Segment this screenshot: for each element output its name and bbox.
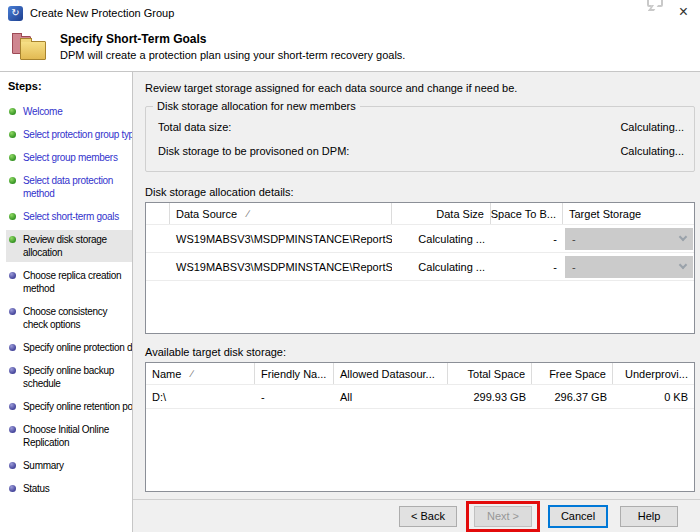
back-button[interactable]: < Back [399, 506, 457, 527]
allowed-datasources-cell: All [334, 391, 448, 403]
disk-storage-provisioned-label: Disk storage to be provisoned on DPM: [158, 145, 349, 157]
data-source-cell: WS19MABSV3\MSDPMINSTANCE\ReportServe... [170, 233, 392, 245]
step-done-bullet-icon [9, 131, 16, 138]
friendly-name-cell: - [255, 391, 334, 403]
title-bar: ↻ Create New Protection Group × [0, 0, 700, 26]
step-label: Select data protection method [23, 174, 131, 200]
sidebar-item-select-short-term-goals[interactable]: Select short-term goals [6, 207, 132, 226]
cancel-button[interactable]: Cancel [549, 506, 607, 527]
folder-icon [12, 32, 50, 64]
disk-allocation-details-table: Data Source ∕ Data Size Space To B... Ta… [145, 202, 695, 334]
sidebar-item-specify-online-retention-policy: Specify online retention policy [6, 397, 132, 416]
storage-table-label: Available target disk storage: [145, 346, 695, 358]
folder-front-shape [20, 41, 46, 60]
main-content: Review target storage assigned for each … [133, 72, 700, 499]
app-icon: ↻ [8, 6, 23, 21]
sidebar-item-select-data-protection-method[interactable]: Select data protection method [6, 171, 132, 203]
step-label: Specify online backup schedule [23, 364, 131, 390]
header-target-storage[interactable]: Target Storage [563, 203, 694, 224]
disk-storage-provisioned-value: Calculating... [620, 145, 684, 157]
data-size-cell: Calculating ... [392, 233, 491, 245]
chevron-down-icon [679, 261, 687, 269]
step-label: Choose replica creation method [23, 269, 131, 295]
storage-table-row[interactable]: D:\ - All 299.93 GB 296.37 GB 0 KB [146, 385, 694, 409]
wizard-header: Specify Short-Term Goals DPM will create… [0, 26, 700, 71]
step-done-bullet-icon [9, 213, 16, 220]
details-table-label: Disk storage allocation details: [145, 186, 695, 198]
step-label: Welcome [23, 105, 62, 118]
header-indicator-column [146, 203, 170, 224]
page-subtitle: DPM will create a protection plan using … [60, 49, 405, 61]
step-label: Specify online protection data [23, 341, 133, 354]
step-done-bullet-icon [9, 108, 16, 115]
dropdown-value: - [572, 261, 576, 273]
sort-ascending-icon: ∕ [247, 208, 249, 219]
storage-table-header: Name ∕ Friendly Na... Allowed Datasour..… [146, 363, 694, 385]
steps-sidebar: Steps: Welcome Select protection group t… [0, 72, 133, 532]
header-allowed-datasources[interactable]: Allowed Datasour... [334, 363, 448, 384]
sidebar-item-select-group-members[interactable]: Select group members [6, 148, 132, 167]
target-storage-dropdown[interactable]: - [565, 228, 693, 250]
header-friendly-name[interactable]: Friendly Na... [255, 363, 334, 384]
step-label: Status [23, 482, 50, 495]
total-data-size-value: Calculating... [620, 121, 684, 133]
step-done-bullet-icon [9, 154, 16, 161]
header-space-to-be[interactable]: Space To B... [491, 203, 563, 224]
step-current-bullet-icon [9, 236, 16, 243]
step-pending-bullet-icon [9, 367, 16, 374]
details-table-header: Data Source ∕ Data Size Space To B... Ta… [146, 203, 694, 225]
sidebar-item-specify-online-backup-schedule: Specify online backup schedule [6, 361, 132, 393]
header-name[interactable]: Name ∕ [146, 363, 255, 384]
step-pending-bullet-icon [9, 462, 16, 469]
sidebar-item-welcome[interactable]: Welcome [6, 102, 132, 121]
step-label: Choose consistency check options [23, 305, 131, 331]
data-size-cell: Calculating ... [392, 261, 491, 273]
sidebar-item-summary: Summary [6, 456, 132, 475]
comment-bubble-icon[interactable] [647, 0, 663, 7]
available-storage-table: Name ∕ Friendly Na... Allowed Datasour..… [145, 362, 695, 492]
page-title: Specify Short-Term Goals [60, 32, 405, 46]
header-free-space[interactable]: Free Space [532, 363, 613, 384]
sidebar-item-status: Status [6, 479, 132, 498]
step-pending-bullet-icon [9, 344, 16, 351]
next-button-red-highlight: Next > [466, 501, 540, 532]
next-button[interactable]: Next > [474, 506, 532, 527]
step-pending-bullet-icon [9, 272, 16, 279]
header-data-source[interactable]: Data Source ∕ [170, 203, 392, 224]
total-data-size-label: Total data size: [158, 121, 231, 133]
step-pending-bullet-icon [9, 485, 16, 492]
dropdown-value: - [572, 233, 576, 245]
sidebar-item-choose-replica-creation-method: Choose replica creation method [6, 266, 132, 298]
details-table-row[interactable]: WS19MABSV3\MSDPMINSTANCE\ReportServe... … [146, 225, 694, 253]
details-table-row[interactable]: WS19MABSV3\MSDPMINSTANCE\ReportServe... … [146, 253, 694, 281]
free-space-cell: 296.37 GB [532, 391, 613, 403]
sidebar-item-specify-online-protection-data: Specify online protection data [6, 338, 132, 357]
column-label: Name [152, 368, 181, 380]
underprovisioned-cell: 0 KB [613, 391, 694, 403]
sidebar-item-choose-initial-online-replication: Choose Initial Online Replication [6, 420, 132, 452]
target-storage-dropdown[interactable]: - [565, 256, 693, 278]
column-label: Data Source [176, 208, 237, 220]
sidebar-item-review-disk-storage-allocation: Review disk storage allocation [6, 230, 132, 262]
step-label: Select group members [23, 151, 118, 164]
header-underprovisioned[interactable]: Underprovi... [613, 363, 694, 384]
step-pending-bullet-icon [9, 403, 16, 410]
header-data-size[interactable]: Data Size [392, 203, 491, 224]
space-to-be-cell: - [491, 233, 563, 245]
sidebar-item-choose-consistency-check-options: Choose consistency check options [6, 302, 132, 334]
help-button[interactable]: Help [620, 506, 678, 527]
steps-heading: Steps: [8, 80, 132, 92]
sort-ascending-icon: ∕ [191, 368, 193, 379]
sidebar-item-select-protection-group-type[interactable]: Select protection group type [6, 125, 132, 144]
space-to-be-cell: - [491, 261, 563, 273]
header-total-space[interactable]: Total Space [448, 363, 532, 384]
step-pending-bullet-icon [9, 426, 16, 433]
step-label: Review disk storage allocation [23, 233, 131, 259]
step-done-bullet-icon [9, 177, 16, 184]
window-title: Create New Protection Group [30, 7, 174, 19]
total-space-cell: 299.93 GB [448, 391, 532, 403]
step-label: Select protection group type [23, 128, 133, 141]
close-icon[interactable]: × [679, 4, 688, 20]
volume-name-cell: D:\ [146, 391, 255, 403]
step-label: Specify online retention policy [23, 400, 133, 413]
